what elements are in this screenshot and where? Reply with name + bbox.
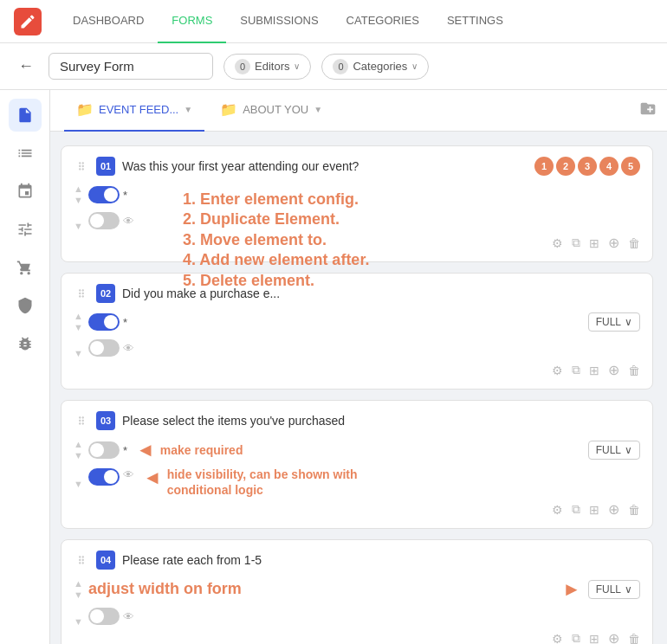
card-3-down-icon[interactable]: ▼ [74,451,83,460]
card-4-drag-icon[interactable] [74,552,89,568]
editors-label: Editors [255,60,289,73]
card-4-row: ▲ ▼ adjust width on form ► FULL ∨ [74,578,640,601]
form-title-input[interactable] [49,53,213,80]
sidebar-cart-icon[interactable] [9,251,42,284]
card-4-delete-icon[interactable]: 🗑 [628,632,640,645]
card-4-down-2-icon[interactable]: ▼ [74,617,83,627]
categories-chevron-icon: ∨ [411,61,418,71]
card-3-copy-icon[interactable]: ⧉ [572,502,580,517]
circle-btn-1[interactable]: 1 [534,157,554,176]
card-4-updown-2: ▲ ▼ [74,606,83,627]
card-1-toggle-required[interactable] [88,186,120,203]
card-4-copy-icon[interactable]: ⧉ [572,631,580,644]
card-3-up-icon[interactable]: ▲ [74,440,83,449]
card-2-toggle-visibility[interactable] [88,339,120,357]
card-4-up-icon[interactable]: ▲ [74,579,83,589]
nav-categories[interactable]: CATEGORIES [333,0,433,43]
card-3-visibility-icon: 👁 [123,468,134,481]
card-4-move-icon[interactable]: ⊞ [589,632,599,645]
card-3-toggle-visibility[interactable] [88,468,120,486]
card-1-num: 01 [96,157,115,176]
categories-label: Categories [353,60,407,73]
nav-submissions[interactable]: SUBMISSIONS [226,0,332,43]
card-2-width-chevron: ∨ [625,316,632,328]
add-tab-button[interactable] [639,100,657,121]
card-4-row-2: ▲ ▼ 👁 [74,606,640,627]
card-1-up-icon[interactable]: ▲ [74,184,83,194]
tab-about-folder-icon: 📁 [220,101,237,118]
card-1-move-icon[interactable]: ⊞ [589,236,599,250]
app-logo [14,8,42,35]
tab-event-feed[interactable]: 📁 EVENT FEED... ▼ [64,90,204,132]
card-3-delete-icon[interactable]: 🗑 [628,503,640,517]
tab-folder-icon: 📁 [76,101,94,118]
tab-about-you[interactable]: 📁 ABOUT YOU ▼ [208,90,334,132]
sidebar-list-icon[interactable] [9,137,42,170]
card-2-copy-icon[interactable]: ⧉ [572,363,580,377]
card-1-toggle-visibility[interactable] [88,212,120,229]
form-card-4: 04 Please rate each from 1-5 ▲ ▼ adjust … [61,539,653,644]
sidebar-sliders-icon[interactable] [9,213,42,246]
circle-btn-5[interactable]: 5 [621,157,640,176]
card-4-width-badge[interactable]: FULL ∨ [588,580,640,599]
annotation-line4: 4. Add new element after. [183,250,369,270]
categories-button[interactable]: 0 Categories ∨ [321,54,429,80]
card-1-delete-icon[interactable]: 🗑 [628,236,640,250]
card-3-down-2-icon[interactable]: ▼ [74,480,83,489]
editors-button[interactable]: 0 Editors ∨ [223,54,311,80]
circle-btn-3[interactable]: 3 [578,157,597,176]
card-2-header: 02 Did you make a purchase e... [74,284,640,303]
circle-btn-4[interactable]: 4 [599,157,618,176]
tab-about-chevron: ▼ [314,105,322,114]
card-2-drag-icon[interactable] [74,286,89,301]
card-1-down-icon-2[interactable]: ▼ [74,222,83,231]
card-3-add-icon[interactable]: ⊕ [608,501,619,518]
card-2-toggle-required[interactable] [88,313,120,331]
circle-btn-2[interactable]: 2 [556,157,575,176]
card-1-drag-icon[interactable] [74,158,89,174]
card-3-settings-icon[interactable]: ⚙ [552,503,563,517]
sidebar-network-icon[interactable] [9,175,42,208]
card-3-required-asterisk: * [123,444,127,457]
card-4-settings-icon[interactable]: ⚙ [552,632,563,645]
card-1-toggle-row-1: ▲ ▼ * [74,184,640,205]
card-2-width-badge[interactable]: FULL ∨ [588,312,640,332]
card-2-actions: ⚙ ⧉ ⊞ ⊕ 🗑 [74,362,640,378]
card-1-add-icon[interactable]: ⊕ [608,235,619,251]
sidebar-form-icon[interactable] [9,99,42,132]
nav-dashboard[interactable]: DASHBOARD [59,0,158,43]
card-4-actions: ⚙ ⧉ ⊞ ⊕ 🗑 [74,630,640,644]
card-3-move-icon[interactable]: ⊞ [589,503,599,517]
card-4-down-icon[interactable]: ▼ [74,590,83,600]
card-4-annotation-width: adjust width on form [88,579,555,599]
nav-forms[interactable]: FORMS [158,0,226,43]
card-2-add-icon[interactable]: ⊕ [608,362,619,378]
card-3-width-label: FULL [596,444,621,456]
tab-about-label: ABOUT YOU [243,103,308,116]
sidebar-bug-icon[interactable] [9,327,42,360]
card-3-width-badge[interactable]: FULL ∨ [588,441,640,460]
card-2-delete-icon[interactable]: 🗑 [628,364,640,377]
second-row: ← 0 Editors ∨ 0 Categories ∨ [0,43,667,90]
card-2-up-icon[interactable]: ▲ [74,312,83,321]
card-1-settings-icon[interactable]: ⚙ [552,236,563,250]
nav-settings[interactable]: SETTINGS [433,0,517,43]
card-3-toggle-required[interactable] [88,441,120,459]
card-2-settings-icon[interactable]: ⚙ [552,364,563,377]
card-1-visibility-icon: 👁 [123,215,134,228]
card-4-toggle-visibility[interactable] [88,608,120,625]
main-area: 📁 EVENT FEED... ▼ 📁 ABOUT YOU ▼ [0,90,667,644]
card-4-add-icon[interactable]: ⊕ [608,630,619,644]
card-4-width-label: FULL [596,583,621,596]
card-2-down-2-icon[interactable]: ▼ [74,349,83,358]
card-2-move-icon[interactable]: ⊞ [589,364,599,377]
card-1-down-icon[interactable]: ▼ [74,196,83,205]
sidebar-shield-icon[interactable] [9,289,42,322]
back-button[interactable]: ← [14,55,38,79]
card-2-down-icon[interactable]: ▼ [74,323,83,332]
card-4-header: 04 Please rate each from 1-5 [74,551,640,570]
card-3-drag-icon[interactable] [74,413,89,428]
tab-event-label: EVENT FEED... [99,103,178,116]
card-1-copy-icon[interactable]: ⧉ [572,235,580,250]
card-4-updown: ▲ ▼ [74,579,83,600]
